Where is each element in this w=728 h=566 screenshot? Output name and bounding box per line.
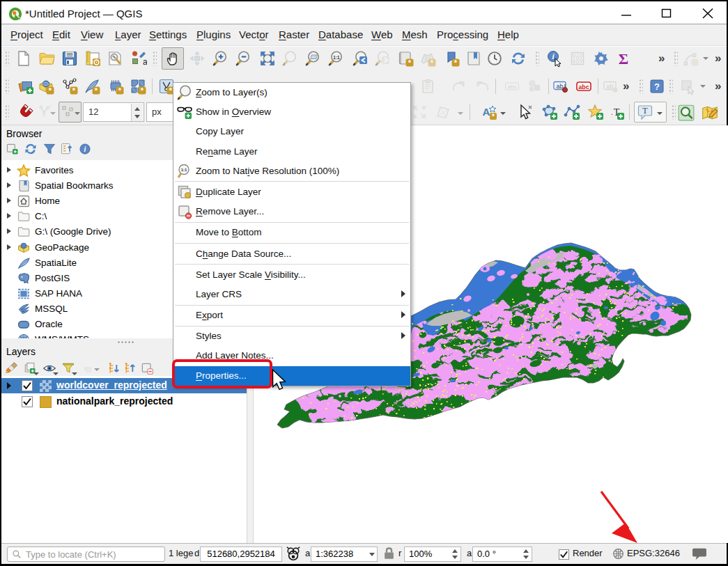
svg-text:Σ: Σ bbox=[619, 50, 628, 67]
svg-text:*: * bbox=[95, 86, 98, 95]
svg-text:ab: ab bbox=[556, 83, 563, 90]
svg-text:*: * bbox=[141, 86, 144, 95]
svg-text:*: * bbox=[72, 86, 76, 95]
svg-text:abc: abc bbox=[508, 84, 517, 90]
svg-text:.: . bbox=[611, 109, 613, 116]
svg-text:*: * bbox=[454, 58, 458, 67]
svg-text:1:1: 1:1 bbox=[333, 55, 340, 60]
svg-text:ab: ab bbox=[606, 83, 613, 90]
svg-text:a: a bbox=[143, 57, 147, 67]
svg-text:*: * bbox=[49, 86, 52, 95]
svg-text:T: T bbox=[642, 106, 648, 116]
svg-text:*: * bbox=[408, 58, 412, 67]
svg-text:1:1: 1:1 bbox=[181, 168, 187, 172]
svg-text:*: * bbox=[492, 113, 495, 120]
svg-text:i: i bbox=[84, 146, 86, 153]
svg-text:A: A bbox=[483, 106, 490, 118]
svg-text:?: ? bbox=[654, 81, 660, 92]
svg-text:abc: abc bbox=[578, 84, 589, 91]
svg-text:*: * bbox=[431, 58, 434, 67]
svg-text:*: * bbox=[118, 86, 122, 95]
